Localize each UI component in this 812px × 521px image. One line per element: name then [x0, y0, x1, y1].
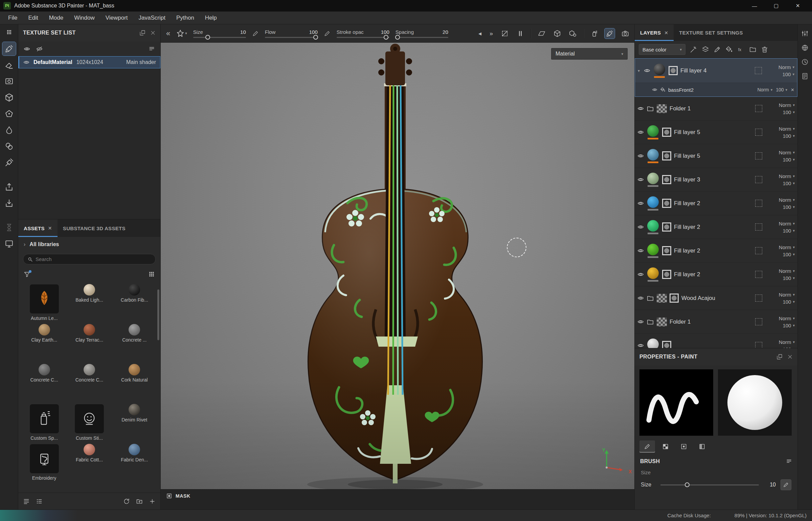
bass-3d-model[interactable]: [161, 43, 634, 489]
slider-flow[interactable]: Flow100: [265, 29, 318, 38]
reimport-resources-icon[interactable]: [123, 498, 130, 505]
display-settings[interactable]: [2, 237, 16, 251]
symmetry-toggle[interactable]: [500, 28, 510, 39]
blend-mode-dropdown[interactable]: Norm▾: [779, 102, 795, 108]
bake-pending[interactable]: [2, 221, 16, 234]
layer-row[interactable]: Fill layer 2Norm▾100▾: [635, 192, 797, 215]
asset-item[interactable]: Baked Ligh...: [68, 284, 110, 324]
layer-mask-slot[interactable]: [755, 105, 762, 112]
layer-row[interactable]: ▾Fill layer 4Norm▾100▾: [635, 59, 797, 83]
asset-item[interactable]: Denim Rivet: [113, 404, 156, 444]
layer-mask-slot[interactable]: [755, 129, 762, 136]
blend-mode-dropdown[interactable]: Norm▾: [779, 197, 795, 203]
opacity-dropdown[interactable]: 100▾: [782, 71, 794, 77]
opacity-dropdown[interactable]: 100▾: [783, 275, 795, 281]
size-slider-knob[interactable]: [685, 482, 690, 487]
layer-row[interactable]: Fill layer 3Norm▾100▾: [635, 168, 797, 192]
layer-mask-slot[interactable]: [755, 342, 762, 348]
import-resources[interactable]: [2, 196, 16, 210]
blend-mode-dropdown[interactable]: Norm▾: [779, 339, 795, 345]
view-2d[interactable]: [537, 28, 547, 39]
slider-size[interactable]: Size10: [193, 29, 246, 38]
details-view-icon[interactable]: [36, 498, 43, 505]
asset-item[interactable]: Clay Terrac...: [68, 324, 110, 364]
opacity-dropdown[interactable]: 100▾: [783, 133, 795, 139]
grid-view-icon[interactable]: [148, 271, 155, 278]
material-picker-tool[interactable]: [2, 156, 16, 169]
layer-content-row[interactable]: bassFront2Norm▾100▾✕: [635, 83, 797, 96]
alpha-tab[interactable]: [658, 440, 673, 453]
blend-mode-dropdown[interactable]: Norm▾: [779, 150, 795, 155]
layer-visibility-icon[interactable]: [637, 129, 644, 135]
brush-tab[interactable]: [639, 440, 655, 453]
clone-tool[interactable]: [2, 139, 16, 153]
layer-row[interactable]: Fill layer 5Norm▾100▾: [635, 121, 797, 144]
layer-visibility-icon[interactable]: [644, 67, 650, 74]
layer-mask-slot[interactable]: [755, 295, 762, 302]
add-fill-icon[interactable]: [725, 46, 733, 53]
opacity-dropdown[interactable]: 100▾: [783, 228, 795, 234]
paint-tool[interactable]: [2, 42, 16, 56]
pause-engine[interactable]: [515, 28, 525, 39]
slider-stroke-opac[interactable]: Stroke opac100: [337, 29, 389, 38]
search-input[interactable]: [36, 256, 151, 262]
polygon-fill-tool[interactable]: [2, 107, 16, 121]
float-panel-icon[interactable]: [139, 30, 145, 36]
layer-row[interactable]: Folder 1Norm▾100▾: [635, 310, 797, 334]
slider-knob[interactable]: [205, 35, 210, 40]
maximize-button[interactable]: ▢: [765, 0, 787, 12]
more-options[interactable]: »: [488, 29, 494, 38]
layer-visibility-icon[interactable]: [637, 319, 644, 325]
menu-window[interactable]: Window: [69, 15, 100, 21]
blend-mode-dropdown[interactable]: Norm▾: [779, 316, 795, 321]
asset-item[interactable]: Custom Sp...: [23, 404, 65, 444]
mask-bar[interactable]: MASK: [161, 489, 634, 502]
add-fill-layer-icon[interactable]: [702, 46, 709, 53]
smudge-tool[interactable]: [2, 123, 16, 137]
list-view-icon[interactable]: [23, 498, 30, 505]
layer-mask-slot[interactable]: [755, 247, 762, 254]
viewport-3d[interactable]: Material ▾ Y X: [161, 43, 634, 489]
layer-visibility-icon[interactable]: [637, 105, 644, 112]
add-paint-layer-icon[interactable]: [714, 46, 721, 53]
layer-visibility-icon[interactable]: [637, 295, 644, 301]
section-menu-icon[interactable]: [786, 458, 792, 464]
layer-mask-slot[interactable]: [755, 200, 762, 207]
expand-icon[interactable]: ▾: [638, 68, 641, 73]
menu-python[interactable]: Python: [171, 15, 200, 21]
add-smart-material-icon[interactable]: fx: [737, 46, 745, 53]
pressure-toggle-icon[interactable]: [322, 29, 332, 38]
filter-assets-icon[interactable]: [24, 271, 30, 278]
blend-mode-dropdown[interactable]: Norm▾: [779, 292, 795, 298]
asset-item[interactable]: Custom Sti...: [68, 404, 110, 444]
import-assets-icon[interactable]: [149, 498, 156, 505]
layer-visibility-icon[interactable]: [637, 176, 644, 183]
asset-item[interactable]: Clay Earth...: [23, 324, 65, 364]
all-libraries-row[interactable]: › All libraries: [18, 237, 160, 252]
visibility-icon[interactable]: [23, 59, 29, 65]
panel-menu-icon[interactable]: [149, 46, 155, 52]
menu-edit[interactable]: Edit: [23, 15, 43, 21]
geometry-fill-tool[interactable]: [2, 91, 16, 104]
opacity-dropdown[interactable]: 100▾: [783, 299, 795, 305]
delete-layer-icon[interactable]: [761, 46, 768, 53]
tab-substance-3d-assets[interactable]: SUBSTANCE 3D ASSETS: [58, 219, 131, 237]
opacity-dropdown[interactable]: 100▾: [783, 157, 795, 162]
new-shelf-folder-icon[interactable]: [136, 498, 143, 505]
assets-scrollbar[interactable]: [157, 289, 159, 340]
history-icon[interactable]: [801, 58, 809, 66]
layer-mask-slot[interactable]: [755, 223, 762, 231]
layer-mask-slot[interactable]: [755, 176, 762, 183]
tab-assets[interactable]: ASSETS ✕: [18, 219, 58, 237]
layer-row[interactable]: Fill layer 2Norm▾100▾: [635, 263, 797, 286]
brush-tip-preview[interactable]: [718, 369, 792, 436]
visibility-icon[interactable]: [652, 87, 657, 92]
axis-gizmo[interactable]: [595, 446, 626, 476]
blend-mode-dropdown[interactable]: Norm▾: [779, 268, 795, 274]
layer-row[interactable]: Fill layer 2Norm▾100▾: [635, 239, 797, 263]
brush-stamp-selector[interactable]: ▾: [175, 28, 188, 39]
display-settings-icon[interactable]: [801, 30, 809, 37]
asset-item[interactable]: Concrete C...: [23, 364, 65, 404]
opacity-dropdown[interactable]: 100▾: [783, 323, 795, 328]
layer-row[interactable]: Fill layer 5Norm▾100▾: [635, 144, 797, 168]
